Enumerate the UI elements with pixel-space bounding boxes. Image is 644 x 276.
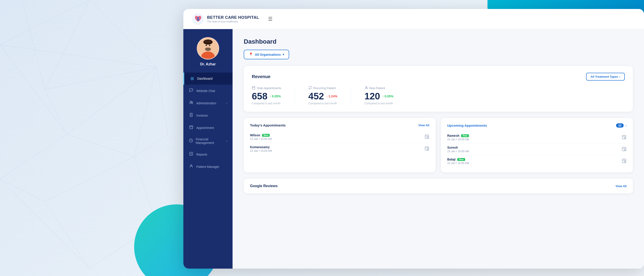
sidebar-item-label-administration: Administration bbox=[196, 101, 216, 105]
upcoming-chevron[interactable]: › bbox=[626, 124, 626, 127]
svg-point-63 bbox=[427, 148, 428, 150]
appt-item-wilson: Wilson New 15 Jan • 10:00 AM bbox=[250, 131, 429, 143]
pin-icon: 📍 bbox=[249, 52, 253, 57]
divider-2 bbox=[351, 86, 351, 105]
sidebar-item-financial-management[interactable]: Financial Management › bbox=[183, 134, 232, 148]
svg-line-5 bbox=[0, 134, 67, 179]
sidebar-item-appointment[interactable]: Appointment bbox=[183, 122, 232, 134]
up-arrow-icon-2: ↑ bbox=[382, 95, 384, 98]
reports-icon bbox=[189, 152, 194, 157]
sidebar-item-administration[interactable]: Administration › bbox=[183, 97, 232, 109]
sidebar-item-patient-manager[interactable]: Patient Manager bbox=[183, 160, 232, 173]
appt-action-ramesh[interactable] bbox=[622, 135, 626, 141]
sidebar-item-reports[interactable]: Reports bbox=[183, 148, 232, 160]
appointments-row: Today's Appointments View All Wilson New… bbox=[244, 118, 633, 172]
new-patient-change: ↑ 0.05% bbox=[382, 95, 394, 98]
svg-line-6 bbox=[134, 67, 156, 157]
sidebar-item-website-chat[interactable]: Website Chat bbox=[183, 85, 232, 97]
sidebar-item-label-financial: Financial Management bbox=[196, 137, 224, 145]
stat-recurring-patient: Recurring Patient 452 ↓ 1.24% Compared t… bbox=[308, 86, 338, 105]
logo-name: BETTER CARE HOSPITAL bbox=[207, 15, 259, 20]
sidebar-item-label-reports: Reports bbox=[196, 153, 207, 156]
svg-line-76 bbox=[625, 150, 626, 150]
appt-action-wilson[interactable] bbox=[424, 134, 429, 140]
sidebar-item-invoices[interactable]: Invoices bbox=[183, 109, 232, 122]
treatment-filter-button[interactable]: All Treatment Types › bbox=[586, 73, 625, 81]
svg-line-3 bbox=[67, 67, 156, 134]
logo-area: BETTER CARE HOSPITAL The heart of your h… bbox=[192, 13, 259, 25]
up-arrow-icon: ↑ bbox=[270, 95, 271, 98]
svg-point-31 bbox=[192, 102, 193, 103]
nav-list: ⊞ Dashboard Website Chat bbox=[183, 73, 232, 173]
svg-line-8 bbox=[45, 157, 134, 201]
logo-text-block: BETTER CARE HOSPITAL The heart of your h… bbox=[207, 15, 259, 23]
new-patient-icon bbox=[364, 86, 368, 90]
main-content: Dr. Azhar ⊞ Dashboard Website Chat bbox=[183, 29, 644, 268]
svg-line-2 bbox=[0, 45, 156, 67]
appt-action-suresh[interactable] bbox=[622, 146, 626, 152]
todays-appt-header: Today's Appointments View All bbox=[250, 123, 429, 127]
invoices-icon bbox=[189, 113, 194, 118]
appointment-icon bbox=[189, 125, 194, 130]
svg-point-27 bbox=[205, 48, 211, 51]
todays-view-all[interactable]: View All bbox=[418, 124, 429, 127]
dashboard-icon: ⊞ bbox=[190, 76, 194, 81]
appt-time-ramesh: 15 Jan • 10:00 AM bbox=[447, 138, 469, 141]
upcoming-appt-title: Upcoming Appointments bbox=[447, 124, 487, 127]
svg-point-50 bbox=[366, 86, 367, 88]
patient-name-suresh: Suresh bbox=[447, 146, 458, 149]
sidebar-item-label-patient-manager: Patient Manager bbox=[196, 165, 219, 169]
chevron-down-icon: ▾ bbox=[283, 53, 284, 56]
sidebar-item-dashboard[interactable]: ⊞ Dashboard bbox=[183, 73, 232, 85]
stat-new-patient: New Patient 120 ↑ 0.05% Compared to last… bbox=[364, 86, 394, 105]
svg-line-4 bbox=[0, 45, 67, 134]
calendar-icon bbox=[252, 86, 255, 90]
financial-chevron: › bbox=[226, 139, 227, 143]
logo-icon bbox=[192, 13, 204, 25]
patient-name-ramesh: Ramesh bbox=[447, 134, 459, 137]
app-window: BETTER CARE HOSPITAL The heart of your h… bbox=[183, 9, 644, 268]
svg-point-26 bbox=[204, 40, 212, 43]
revenue-stats: Total Appointments 658 ↑ 0.05% Compared … bbox=[252, 86, 625, 105]
svg-line-0 bbox=[0, 0, 90, 45]
svg-line-10 bbox=[45, 201, 90, 268]
treatment-chevron-icon: › bbox=[620, 75, 620, 78]
google-reviews-title: Google Reviews bbox=[250, 184, 278, 188]
appt-item-ramesh: Ramesh New 15 Jan • 10:00 AM bbox=[447, 132, 626, 143]
sidebar: Dr. Azhar ⊞ Dashboard Website Chat bbox=[183, 29, 232, 268]
appt-time-suresh: 15 Jan • 10:00 AM bbox=[447, 150, 469, 153]
logo-tagline: The heart of your healthcare bbox=[207, 20, 259, 23]
new-patient-number: 120 bbox=[364, 92, 380, 101]
svg-point-30 bbox=[190, 101, 192, 102]
appt-item-suresh: Suresh 15 Jan • 10:00 AM bbox=[447, 143, 626, 155]
appt-item-kumarasamy: Kumarasamy 15 Jan • 10:00 AM bbox=[250, 143, 429, 155]
google-reviews-header: Google Reviews View All bbox=[250, 184, 626, 188]
google-reviews-section: Google Reviews View All bbox=[244, 179, 633, 193]
svg-line-12 bbox=[45, 0, 90, 90]
appt-action-kumarasamy[interactable] bbox=[424, 146, 429, 152]
treatment-filter-label: All Treatment Types bbox=[590, 75, 618, 78]
administration-chevron: › bbox=[226, 102, 227, 105]
svg-line-15 bbox=[22, 0, 45, 90]
recurring-change: ↓ 1.24% bbox=[326, 95, 338, 98]
appt-time-wilson: 15 Jan • 10:00 AM bbox=[250, 137, 272, 141]
sidebar-item-label-invoices: Invoices bbox=[196, 114, 208, 117]
svg-line-18 bbox=[156, 67, 168, 134]
upcoming-badge: 32 bbox=[616, 123, 624, 128]
avatar bbox=[197, 37, 219, 60]
chat-icon bbox=[189, 88, 194, 93]
recurring-compare: Compared to last month bbox=[308, 102, 338, 105]
svg-line-14 bbox=[45, 90, 67, 134]
appt-time-balaji: 15 Jan • 10:00 AM bbox=[447, 162, 469, 165]
upcoming-appointments-card: Upcoming Appointments 32 › Ramesh New bbox=[441, 118, 633, 172]
google-reviews-view-all[interactable]: View All bbox=[616, 184, 626, 188]
svg-line-82 bbox=[625, 162, 626, 162]
divider-1 bbox=[295, 86, 295, 105]
appt-action-balaji[interactable] bbox=[622, 158, 626, 164]
org-filter-button[interactable]: 📍 All Organisations ▾ bbox=[244, 50, 289, 59]
svg-line-7 bbox=[67, 134, 134, 157]
menu-icon[interactable]: ☰ bbox=[268, 16, 272, 22]
svg-line-1 bbox=[90, 0, 156, 67]
stat-total-appointments: Total Appointments 658 ↑ 0.05% Compared … bbox=[252, 86, 281, 105]
recurring-icon bbox=[308, 86, 312, 90]
